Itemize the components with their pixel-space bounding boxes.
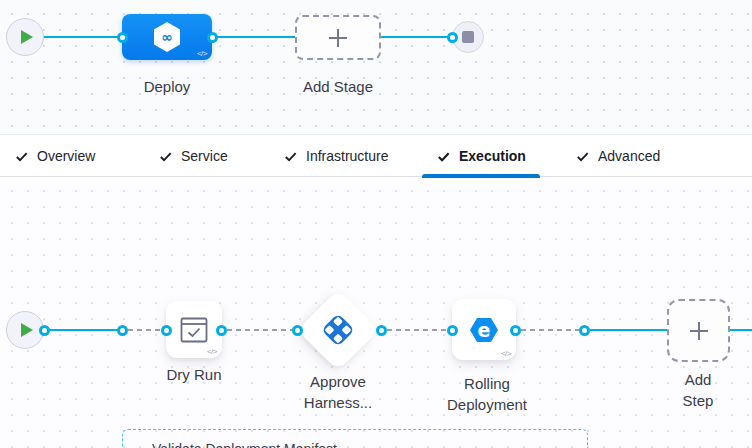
tab-infrastructure[interactable]: Infrastructure [283, 135, 388, 177]
connector-port [216, 325, 227, 336]
check-icon [436, 149, 451, 164]
window-check-icon [180, 317, 208, 343]
connector-line-dashed [227, 329, 293, 331]
connector-port [39, 325, 50, 336]
stage-label: Deploy [144, 76, 191, 97]
pipeline-studio: ∞ </> Deploy Add Stage Overview [0, 0, 752, 448]
connector-line [590, 329, 667, 331]
connector-port [510, 325, 521, 336]
connector-line [44, 329, 123, 331]
plus-icon [687, 319, 711, 343]
execution-canvas: Validate Deployment Manifest [0, 177, 752, 448]
stage-config-tabbar: Overview Service Infrastructure Executio… [0, 134, 752, 177]
check-icon [283, 149, 298, 164]
add-step-label: Add Step [671, 369, 725, 411]
tab-service[interactable]: Service [158, 135, 228, 177]
harness-approval-icon [320, 312, 356, 348]
connector-port [447, 325, 458, 336]
stage-canvas: ∞ </> Deploy Add Stage [0, 0, 752, 134]
step-label-rolling: Rolling Deployment [437, 373, 537, 415]
connector-port [292, 325, 303, 336]
add-stage-button[interactable] [295, 15, 381, 60]
connector-line-dashed [128, 329, 161, 331]
connector-port [117, 32, 128, 43]
step-group-label: Validate Deployment Manifest [152, 441, 337, 448]
active-tab-underline [422, 174, 540, 178]
harness-cd-icon: ∞ [152, 21, 182, 53]
add-stage-label: Add Stage [303, 76, 373, 97]
rolling-deployment-icon: e [467, 313, 501, 347]
connector-port [447, 32, 458, 43]
connector-port [117, 325, 128, 336]
tab-overview[interactable]: Overview [14, 135, 95, 177]
check-icon [14, 149, 29, 164]
yaml-code-icon: </> [197, 49, 207, 58]
plus-icon [327, 27, 349, 49]
step-label-approve: Approve Harness... [298, 371, 378, 413]
connector-line [44, 36, 122, 38]
tab-advanced[interactable]: Advanced [575, 135, 660, 177]
stage-deploy[interactable]: ∞ </> [122, 14, 212, 60]
connector-port [207, 32, 218, 43]
connector-line [212, 36, 295, 38]
step-group-header: Validate Deployment Manifest [133, 439, 337, 448]
connector-line [730, 329, 752, 331]
connector-port [161, 325, 172, 336]
connector-port [376, 325, 387, 336]
yaml-code-icon: </> [501, 349, 511, 358]
connector-port [579, 325, 590, 336]
svg-text:∞: ∞ [161, 29, 173, 45]
stop-icon [462, 31, 474, 43]
step-dry-run[interactable]: </> [166, 301, 222, 358]
tab-execution[interactable]: Execution [436, 135, 526, 177]
pipeline-start-node [6, 18, 44, 56]
connector-line-dashed [521, 329, 580, 331]
yaml-code-icon: </> [207, 347, 217, 356]
step-rolling-deployment[interactable]: e </> [452, 299, 516, 360]
connector-line [381, 36, 452, 38]
play-icon [21, 323, 33, 337]
play-icon [21, 30, 33, 44]
check-icon [575, 149, 590, 164]
add-step-button[interactable] [667, 299, 730, 362]
check-icon [158, 149, 173, 164]
step-label-dry-run: Dry Run [166, 364, 221, 385]
connector-line-dashed [387, 329, 448, 331]
